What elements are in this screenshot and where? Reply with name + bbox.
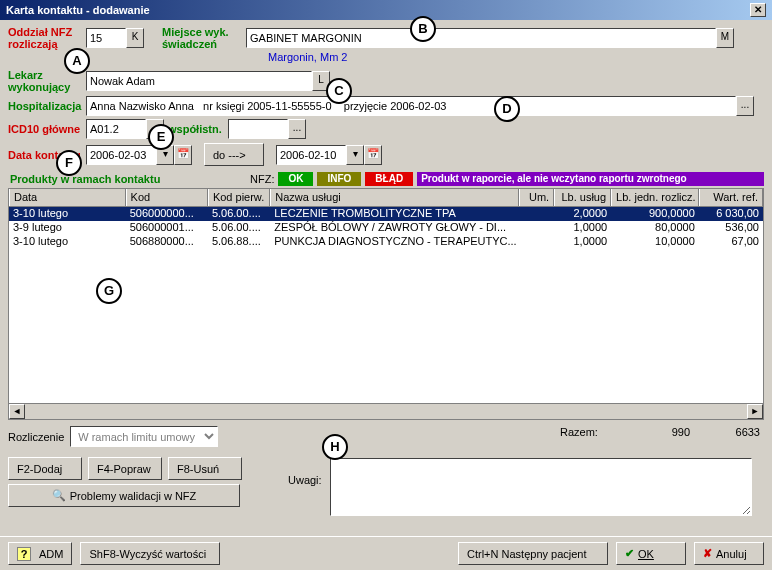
tag-info: INFO	[317, 172, 361, 186]
tag-ok: OK	[278, 172, 313, 186]
miejsce-lookup-button[interactable]: M	[716, 28, 734, 48]
problemy-label: Problemy walidacji w NFZ	[70, 490, 197, 502]
razem-v1: 990	[620, 426, 690, 438]
cell: PUNKCJA DIAGNOSTYCZNO - TERAPEUTYC...	[270, 235, 519, 249]
data-do-cal-icon[interactable]: 📅	[364, 145, 382, 165]
anuluj-button[interactable]: ✘ Anuluj	[694, 542, 764, 565]
nfz-label: NFZ:	[250, 173, 274, 185]
f8-usun-button[interactable]: F8-Usuń	[168, 457, 242, 480]
rozliczenie-select[interactable]: W ramach limitu umowy	[70, 426, 218, 447]
cell: 5.06.88....	[208, 235, 270, 249]
do-button[interactable]: do --->	[204, 143, 264, 166]
produkty-header: Produkty w ramach kontaktu NFZ: OK INFO …	[8, 170, 764, 188]
col-nazwa[interactable]: Nazwa usługi	[270, 189, 519, 206]
icd10w-input[interactable]	[228, 119, 288, 139]
cell: ZESPÓŁ BÓLOWY / ZAWROTY GŁOWY - DI...	[270, 221, 519, 235]
miejsce-subtext: Margonin, Mm 2	[268, 51, 764, 63]
data-od-cal-icon[interactable]: 📅	[174, 145, 192, 165]
table-row[interactable]: 3-10 lutego506880000...5.06.88....PUNKCJ…	[9, 235, 763, 249]
cell: 506880000...	[126, 235, 208, 249]
cell: 3-10 lutego	[9, 207, 126, 221]
oddzial-input[interactable]	[86, 28, 126, 48]
cell	[519, 221, 554, 235]
footer: ? ADM ShF8-Wyczyść wartości Ctrl+N Nastę…	[0, 536, 772, 570]
col-kodpierw[interactable]: Kod pierw.	[208, 189, 270, 206]
rozliczenie-label: Rozliczenie	[8, 431, 64, 443]
razem-label: Razem:	[560, 426, 620, 438]
f2-dodaj-button[interactable]: F2-Dodaj	[8, 457, 82, 480]
razem-v2: 6633	[690, 426, 760, 438]
col-lbjedn[interactable]: Lb. jedn. rozlicz.	[611, 189, 699, 206]
data-do-input[interactable]	[276, 145, 346, 165]
miejsce-input[interactable]	[246, 28, 716, 48]
totals: Razem: 990 6633	[560, 426, 760, 438]
cell: 6 030,00	[699, 207, 763, 221]
f4-popraw-button[interactable]: F4-Popraw	[88, 457, 162, 480]
bottom-panel: Razem: 990 6633 Rozliczenie W ramach lim…	[0, 420, 772, 513]
table-row[interactable]: 3-10 lutego506000000...5.06.00....LECZEN…	[9, 207, 763, 221]
callout-d: D	[494, 96, 520, 122]
cell: 506000000...	[126, 207, 208, 221]
scroll-right-icon[interactable]: ►	[747, 404, 763, 419]
check-icon: ✔	[625, 547, 634, 560]
hospitalizacja-lookup-button[interactable]: ...	[736, 96, 754, 116]
cell: 1,0000	[554, 235, 611, 249]
question-icon: ?	[17, 547, 31, 561]
ok-button[interactable]: ✔ OK	[616, 542, 686, 565]
cell	[519, 207, 554, 221]
label-icd10g: ICD10 główne	[8, 123, 86, 135]
callout-b: B	[410, 16, 436, 42]
col-wart[interactable]: Wart. ref.	[699, 189, 763, 206]
callout-e: E	[148, 124, 174, 150]
col-lbuslug[interactable]: Lb. usług	[554, 189, 611, 206]
cell	[519, 235, 554, 249]
oddzial-lookup-button[interactable]: K	[126, 28, 144, 48]
magnifier-icon: 🔍	[52, 489, 66, 502]
callout-a: A	[64, 48, 90, 74]
form-area: Oddział NFZ rozliczają K Miejsce wyk. św…	[0, 20, 772, 420]
col-data[interactable]: Data	[9, 189, 126, 206]
data-do-spin[interactable]: ▾	[346, 145, 364, 165]
cell: 10,0000	[611, 235, 699, 249]
anuluj-label: Anuluj	[716, 548, 747, 560]
cell: 3-10 lutego	[9, 235, 126, 249]
x-icon: ✘	[703, 547, 712, 560]
col-um[interactable]: Um.	[519, 189, 554, 206]
icd10g-input[interactable]	[86, 119, 146, 139]
lekarz-input[interactable]	[86, 71, 312, 91]
label-miejsce: Miejsce wyk. świadczeń	[162, 26, 246, 50]
close-icon[interactable]: ✕	[750, 3, 766, 17]
ctrln-button[interactable]: Ctrl+N Następny pacjent	[458, 542, 608, 565]
hospitalizacja-input[interactable]	[86, 96, 736, 116]
callout-c: C	[326, 78, 352, 104]
table-row[interactable]: 3-9 lutego506000001...5.06.00....ZESPÓŁ …	[9, 221, 763, 235]
cell: 900,0000	[611, 207, 699, 221]
grid-header: Data Kod Kod pierw. Nazwa usługi Um. Lb.…	[9, 189, 763, 207]
ok-label: OK	[638, 548, 654, 560]
label-icd10w: współistn.	[168, 123, 228, 135]
produkty-grid: Data Kod Kod pierw. Nazwa usługi Um. Lb.…	[8, 188, 764, 404]
shf8-button[interactable]: ShF8-Wyczyść wartości	[80, 542, 220, 565]
cell: 80,0000	[611, 221, 699, 235]
cell: 1,0000	[554, 221, 611, 235]
data-od-input[interactable]	[86, 145, 156, 165]
adm-label: ADM	[39, 548, 63, 560]
col-kod[interactable]: Kod	[126, 189, 208, 206]
icd10w-lookup-button[interactable]: ...	[288, 119, 306, 139]
cell: LECZENIE TROMBOLITYCZNE TPA	[270, 207, 519, 221]
grid-body[interactable]: 3-10 lutego506000000...5.06.00....LECZEN…	[9, 207, 763, 403]
produkty-title: Produkty w ramach kontaktu	[8, 173, 250, 185]
uwagi-textarea[interactable]	[330, 458, 752, 516]
label-oddzial: Oddział NFZ rozliczają	[8, 26, 86, 50]
tag-report: Produkt w raporcie, ale nie wczytano rap…	[417, 172, 764, 186]
h-scrollbar[interactable]: ◄ ►	[8, 404, 764, 420]
label-hospitalizacja: Hospitalizacja	[8, 100, 86, 112]
callout-g: G	[96, 278, 122, 304]
callout-f: F	[56, 150, 82, 176]
titlebar: Karta kontaktu - dodawanie ✕	[0, 0, 772, 20]
cell: 5.06.00....	[208, 207, 270, 221]
tag-err: BŁĄD	[365, 172, 413, 186]
adm-button[interactable]: ? ADM	[8, 542, 72, 565]
scroll-left-icon[interactable]: ◄	[9, 404, 25, 419]
problemy-button[interactable]: 🔍 Problemy walidacji w NFZ	[8, 484, 240, 507]
